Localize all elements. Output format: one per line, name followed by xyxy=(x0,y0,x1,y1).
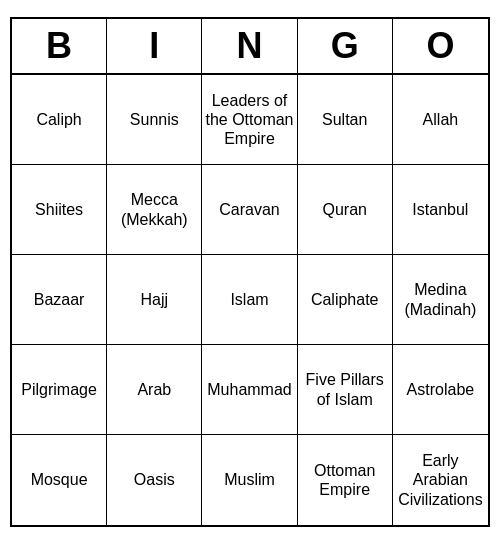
bingo-cell-8: Quran xyxy=(298,165,393,255)
bingo-cell-14: Medina (Madinah) xyxy=(393,255,488,345)
bingo-cell-21: Oasis xyxy=(107,435,202,525)
cell-text-8: Quran xyxy=(322,200,366,219)
cell-text-9: Istanbul xyxy=(412,200,468,219)
bingo-cell-22: Muslim xyxy=(202,435,297,525)
bingo-cell-15: Pilgrimage xyxy=(12,345,107,435)
header-letter-N: N xyxy=(202,19,297,73)
cell-text-1: Sunnis xyxy=(130,110,179,129)
cell-text-4: Allah xyxy=(423,110,459,129)
cell-text-20: Mosque xyxy=(31,470,88,489)
cell-text-11: Hajj xyxy=(141,290,169,309)
bingo-cell-0: Caliph xyxy=(12,75,107,165)
bingo-cell-3: Sultan xyxy=(298,75,393,165)
cell-text-16: Arab xyxy=(137,380,171,399)
cell-text-2: Leaders of the Ottoman Empire xyxy=(205,91,293,149)
header-letter-G: G xyxy=(298,19,393,73)
header-letter-I: I xyxy=(107,19,202,73)
bingo-header: BINGO xyxy=(12,19,488,75)
bingo-cell-7: Caravan xyxy=(202,165,297,255)
bingo-cell-2: Leaders of the Ottoman Empire xyxy=(202,75,297,165)
cell-text-17: Muhammad xyxy=(207,380,291,399)
bingo-cell-24: Early Arabian Civilizations xyxy=(393,435,488,525)
cell-text-3: Sultan xyxy=(322,110,367,129)
bingo-cell-5: Shiites xyxy=(12,165,107,255)
header-letter-B: B xyxy=(12,19,107,73)
bingo-cell-9: Istanbul xyxy=(393,165,488,255)
bingo-cell-6: Mecca (Mekkah) xyxy=(107,165,202,255)
bingo-cell-11: Hajj xyxy=(107,255,202,345)
cell-text-22: Muslim xyxy=(224,470,275,489)
bingo-cell-23: Ottoman Empire xyxy=(298,435,393,525)
cell-text-24: Early Arabian Civilizations xyxy=(396,451,485,509)
cell-text-7: Caravan xyxy=(219,200,279,219)
cell-text-10: Bazaar xyxy=(34,290,85,309)
bingo-cell-20: Mosque xyxy=(12,435,107,525)
cell-text-0: Caliph xyxy=(36,110,81,129)
cell-text-23: Ottoman Empire xyxy=(301,461,389,499)
header-letter-O: O xyxy=(393,19,488,73)
bingo-cell-19: Astrolabe xyxy=(393,345,488,435)
bingo-cell-13: Caliphate xyxy=(298,255,393,345)
cell-text-19: Astrolabe xyxy=(407,380,475,399)
cell-text-6: Mecca (Mekkah) xyxy=(110,190,198,228)
bingo-cell-4: Allah xyxy=(393,75,488,165)
bingo-cell-10: Bazaar xyxy=(12,255,107,345)
cell-text-21: Oasis xyxy=(134,470,175,489)
cell-text-15: Pilgrimage xyxy=(21,380,97,399)
bingo-cell-16: Arab xyxy=(107,345,202,435)
cell-text-18: Five Pillars of Islam xyxy=(301,370,389,408)
bingo-cell-12: Islam xyxy=(202,255,297,345)
cell-text-12: Islam xyxy=(230,290,268,309)
cell-text-14: Medina (Madinah) xyxy=(396,280,485,318)
bingo-grid: CaliphSunnisLeaders of the Ottoman Empir… xyxy=(12,75,488,525)
cell-text-5: Shiites xyxy=(35,200,83,219)
bingo-card: BINGO CaliphSunnisLeaders of the Ottoman… xyxy=(10,17,490,527)
bingo-cell-1: Sunnis xyxy=(107,75,202,165)
bingo-cell-17: Muhammad xyxy=(202,345,297,435)
bingo-cell-18: Five Pillars of Islam xyxy=(298,345,393,435)
cell-text-13: Caliphate xyxy=(311,290,379,309)
